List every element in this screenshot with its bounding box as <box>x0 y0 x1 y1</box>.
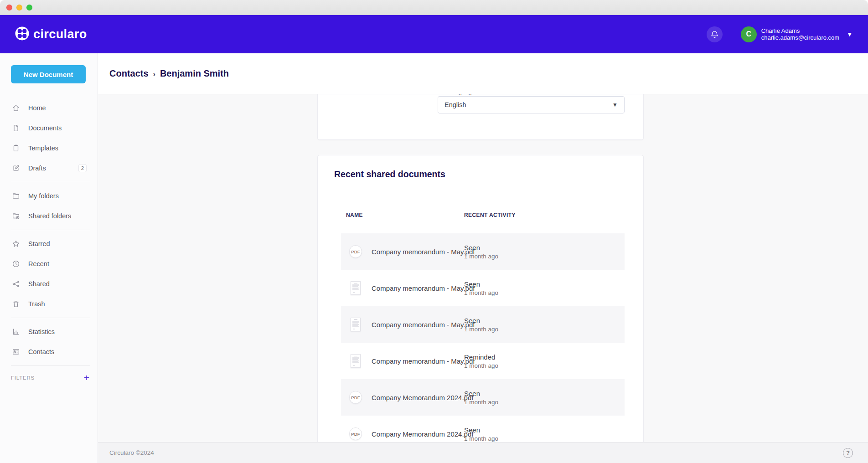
document-name: Company Memorandum 2024.pdf <box>372 394 473 401</box>
table-row[interactable]: PDF Company memorandum - May.pdf Seen 1 … <box>341 233 625 270</box>
question-mark-icon: ? <box>846 450 850 456</box>
document-name: Company Memorandum 2024.pdf <box>372 430 473 438</box>
document-name: Company memorandum - May.pdf <box>372 248 475 256</box>
window-titlebar <box>0 0 868 15</box>
breadcrumb-separator-icon: › <box>153 69 155 78</box>
trash-icon <box>12 300 20 308</box>
window-zoom-button[interactable] <box>26 5 32 10</box>
document-thumbnail-icon <box>351 281 361 295</box>
language-select-value: English <box>444 101 466 108</box>
activity-time: 1 month ago <box>464 399 498 406</box>
share-icon <box>12 280 20 288</box>
select-caret-icon: ▼ <box>612 102 618 108</box>
breadcrumb-contacts-link[interactable]: Contacts <box>109 68 149 79</box>
document-thumbnail-icon <box>351 354 361 368</box>
sidebar-item-documents[interactable]: Documents <box>0 118 98 138</box>
language-select[interactable]: English ▼ <box>438 96 625 113</box>
table-header: NAME RECENT ACTIVITY <box>341 206 625 233</box>
user-name: Charlie Adams <box>761 27 839 34</box>
sidebar-item-home[interactable]: Home <box>0 98 98 118</box>
activity-status: Seen <box>464 390 498 397</box>
table-row[interactable]: PDF Company Memorandum 2024.pdf Seen 1 m… <box>341 379 625 416</box>
sidebar-item-label: Drafts <box>28 165 46 172</box>
brand-logo[interactable]: circularo <box>15 26 87 42</box>
sidebar-nav: Home Documents Templates Drafts 2 My fol… <box>0 98 98 370</box>
divider <box>11 230 90 230</box>
new-document-button[interactable]: New Document <box>11 65 86 83</box>
table-row[interactable]: Company memorandum - May.pdf Seen 1 mont… <box>341 270 625 306</box>
add-filter-button[interactable]: + <box>84 373 89 382</box>
column-header-name: NAME <box>346 212 363 218</box>
templates-icon <box>12 144 20 152</box>
activity-status: Seen <box>464 280 498 288</box>
sidebar-item-label: Documents <box>28 124 62 132</box>
documents-icon <box>12 124 20 132</box>
activity-status: Seen <box>464 426 498 434</box>
sidebar-item-label: Trash <box>28 300 45 308</box>
copyright: Circularo ©2024 <box>109 449 154 456</box>
pdf-badge-icon: PDF <box>349 245 362 258</box>
filters-row: FILTERS + <box>11 370 89 386</box>
sidebar-item-my-folders[interactable]: My folders <box>0 186 98 206</box>
sidebar-item-trash[interactable]: Trash <box>0 294 98 314</box>
column-header-recent-activity: RECENT ACTIVITY <box>464 212 516 218</box>
document-thumbnail-icon <box>351 318 361 331</box>
help-button[interactable]: ? <box>843 448 853 458</box>
sidebar-item-starred[interactable]: Starred <box>0 234 98 254</box>
brand-name: circularo <box>33 27 87 41</box>
activity-status: Seen <box>464 317 498 324</box>
recent-shared-documents-card: Recent shared documents NAME RECENT ACTI… <box>317 155 644 463</box>
drafts-icon <box>12 164 20 172</box>
sidebar-item-shared-folders[interactable]: Shared folders <box>0 206 98 226</box>
sidebar-item-label: Statistics <box>28 328 55 335</box>
notifications-button[interactable] <box>707 26 723 42</box>
sidebar-item-recent[interactable]: Recent <box>0 254 98 274</box>
table-body: PDF Company memorandum - May.pdf Seen 1 … <box>341 233 625 452</box>
breadcrumb-current: Benjamin Smith <box>160 68 229 79</box>
shared-folder-icon <box>12 212 20 220</box>
statistics-icon <box>12 328 20 336</box>
chevron-down-icon: ▼ <box>847 31 852 38</box>
star-icon <box>12 240 20 248</box>
main-content: Language English ▼ Recent shared documen… <box>98 94 868 463</box>
sidebar-item-label: Templates <box>28 144 58 152</box>
sidebar-item-drafts[interactable]: Drafts 2 <box>0 158 98 178</box>
sidebar-item-label: My folders <box>28 192 59 200</box>
footer: Circularo ©2024 ? <box>98 442 868 463</box>
document-name: Company memorandum - May.pdf <box>372 284 475 292</box>
documents-table: NAME RECENT ACTIVITY PDF Company memoran… <box>341 206 625 452</box>
activity-status: Seen <box>464 244 498 252</box>
divider <box>11 365 90 366</box>
filters-label: FILTERS <box>11 375 35 381</box>
sidebar-item-contacts[interactable]: Contacts <box>0 342 98 362</box>
sidebar-item-label: Home <box>28 104 46 112</box>
sidebar-item-templates[interactable]: Templates <box>0 138 98 158</box>
sidebar: New Document Home Documents Templates Dr… <box>0 53 98 463</box>
window-minimize-button[interactable] <box>16 5 22 10</box>
profile-settings-card: Language English ▼ <box>317 94 644 140</box>
contacts-icon <box>12 348 20 356</box>
bell-icon <box>710 30 719 39</box>
sidebar-item-statistics[interactable]: Statistics <box>0 322 98 342</box>
window-close-button[interactable] <box>6 5 12 10</box>
sidebar-item-label: Contacts <box>28 348 54 355</box>
activity-status: Reminded <box>464 353 498 361</box>
folder-icon <box>12 192 20 200</box>
divider <box>11 318 90 318</box>
circularo-logo-icon <box>15 26 29 42</box>
sidebar-item-label: Shared <box>28 280 50 288</box>
pdf-badge-icon: PDF <box>349 391 362 404</box>
breadcrumb: Contacts › Benjamin Smith <box>98 53 868 94</box>
document-name: Company memorandum - May.pdf <box>372 357 475 365</box>
avatar: C <box>741 26 757 42</box>
document-name: Company memorandum - May.pdf <box>372 321 475 329</box>
table-row[interactable]: Company memorandum - May.pdf Seen 1 mont… <box>341 306 625 343</box>
table-row[interactable]: Company memorandum - May.pdf Reminded 1 … <box>341 343 625 379</box>
sidebar-item-shared[interactable]: Shared <box>0 274 98 294</box>
app-window: circularo C Charlie Adams charlie.adams@… <box>0 0 868 463</box>
user-menu[interactable]: C Charlie Adams charlie.adams@circularo.… <box>741 26 852 42</box>
activity-time: 1 month ago <box>464 362 498 369</box>
user-email: charlie.adams@circularo.com <box>761 34 839 41</box>
activity-time: 1 month ago <box>464 326 498 333</box>
divider <box>11 182 90 182</box>
